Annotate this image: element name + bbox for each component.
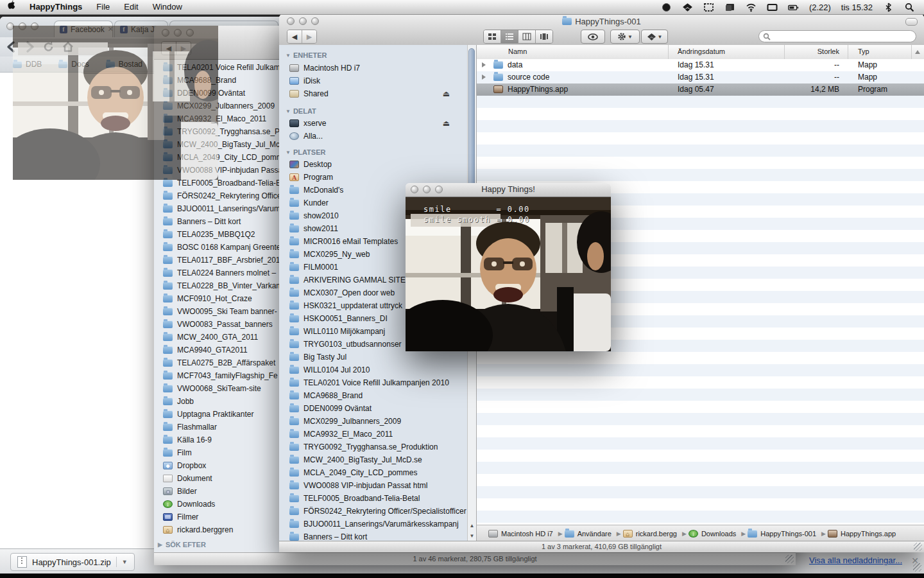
sidebar-item[interactable]: MCW_2400_BigTasty_Jul_McD.se xyxy=(283,453,466,466)
column-header-name[interactable]: Namn xyxy=(508,48,527,55)
dropbox-menu-icon[interactable] xyxy=(678,3,697,12)
sidebar-item[interactable]: Macintosh HD i7 ⏏ xyxy=(283,62,466,74)
sidebar-item[interactable]: Upptagna Praktikanter xyxy=(158,408,281,421)
forward-icon[interactable]: ▶ xyxy=(302,30,316,43)
back-icon[interactable]: ◀ xyxy=(287,30,302,43)
dropbox-menu-button[interactable]: ▼ xyxy=(641,30,668,44)
sidebar-item[interactable]: BJUO0011_Lanserings/Varumärkesskampanj xyxy=(283,518,466,530)
sidebar-item[interactable]: Big Tasty Jul xyxy=(283,351,466,363)
window-titlebar[interactable]: Happy Things! xyxy=(406,183,611,197)
status-circle-icon[interactable] xyxy=(657,3,676,12)
sidebar-item[interactable]: VWO0068_SkiTeam-site xyxy=(158,382,281,395)
bluetooth-menu-icon[interactable] xyxy=(879,3,898,12)
sidebar-item[interactable]: BOSC 0168 Kampanj Greente xyxy=(158,241,281,254)
sidebar-section-devices[interactable]: ▼ ENHETER xyxy=(286,51,327,59)
eject-icon[interactable]: ⏏ xyxy=(443,89,450,98)
menu-edit[interactable]: Edit xyxy=(117,0,145,14)
sidebar-section-places[interactable]: ▼ PLATSER xyxy=(286,148,325,156)
sidebar-item[interactable]: VWO0083_Passat_banners xyxy=(158,318,281,331)
column-header-type[interactable]: Typ xyxy=(858,48,869,55)
scroll-down-icon[interactable]: ▼ xyxy=(468,531,476,541)
sidebar-item[interactable]: Banners – Ditt kort xyxy=(283,530,466,541)
resize-grip-icon[interactable] xyxy=(913,563,921,572)
sidebar-item[interactable]: TELA0228_BB_Vinter_Varkam xyxy=(158,279,281,292)
sidebar-item[interactable]: Dropbox xyxy=(158,459,281,472)
scroll-up-icon[interactable]: ▲ xyxy=(468,521,476,531)
path-segment[interactable]: Downloads ▶ xyxy=(689,530,746,538)
show-all-downloads-link[interactable]: Visa alla nedladdningar... xyxy=(809,556,902,565)
sidebar-item[interactable]: VWO0095_Ski Team banner- xyxy=(158,305,281,318)
resize-grip-icon[interactable] xyxy=(785,555,794,563)
toolbar-toggle-button[interactable] xyxy=(905,18,918,26)
selection-tool-icon[interactable] xyxy=(699,3,718,12)
path-segment[interactable]: rickard.bergg ▶ xyxy=(623,530,687,538)
column-view-button[interactable] xyxy=(518,30,535,43)
sidebar-item[interactable]: Shared ⏏ xyxy=(283,87,466,100)
sidebar-item[interactable]: Dokument xyxy=(158,472,281,485)
sidebar-item[interactable]: TELA0224 Banners molnet – xyxy=(158,267,281,279)
sidebar-item[interactable]: iDisk ⏏ xyxy=(283,74,466,87)
sidebar-item[interactable]: Banners – Ditt kort xyxy=(158,215,281,228)
sidebar-item[interactable]: FÖRS0242_Rekrytering Officer/Specialisto… xyxy=(158,189,281,202)
path-segment[interactable]: HappyThings.app ▶ xyxy=(828,530,896,538)
sidebar-item[interactable]: MCF7043_familyFlagship_Fe xyxy=(158,369,281,382)
path-segment[interactable]: Användare ▶ xyxy=(565,530,621,538)
path-segment[interactable]: HappyThings-001 ▶ xyxy=(748,530,826,538)
sidebar-item[interactable]: xserve ⏏ xyxy=(283,117,466,130)
sidebar-item[interactable]: Film xyxy=(158,446,281,459)
column-header-size[interactable]: Storlek xyxy=(784,48,839,55)
sidebar-item[interactable]: FÖRS0242_Rekrytering Officer/Specialisto… xyxy=(283,505,466,518)
sidebar-item[interactable]: MCA9940_GTA2011 xyxy=(158,344,281,356)
quick-look-button[interactable] xyxy=(581,30,605,44)
sidebar-item[interactable]: Desktop xyxy=(283,158,466,171)
file-row[interactable]: HappyThings.app Idag 05.47 14,2 MB Progr… xyxy=(477,83,924,96)
downloaded-file-button[interactable]: HappyThings-001.zip ▼ xyxy=(10,553,135,571)
sidebar-item[interactable]: MCLA_2049_City_LCD_pommes xyxy=(283,466,466,479)
file-row[interactable]: data Idag 15.31 -- Mapp xyxy=(477,59,924,71)
sidebar-item[interactable]: TELA0275_B2B_Affärspaket xyxy=(158,356,281,369)
sort-direction-icon[interactable] xyxy=(915,50,920,54)
coverflow-view-button[interactable] xyxy=(535,30,552,43)
wifi-menu-icon[interactable] xyxy=(742,3,760,12)
sidebar-item[interactable]: TELA0235_MBBQ1Q2 xyxy=(158,228,281,241)
action-menu-button[interactable]: ▼ xyxy=(610,30,640,44)
search-input[interactable] xyxy=(758,30,916,42)
sidebar-item[interactable]: Alla... ⏏ xyxy=(283,130,466,143)
app-menu[interactable]: HappyThings xyxy=(22,0,89,14)
sidebar-item[interactable]: TELF0005_Broadband-Telia-Betal xyxy=(283,492,466,505)
icon-view-button[interactable] xyxy=(484,30,501,43)
sidebar-item[interactable]: Bilder xyxy=(158,485,281,498)
sidebar-item[interactable]: Filmer xyxy=(158,511,281,523)
battery-icon[interactable] xyxy=(784,3,803,12)
chevron-down-icon[interactable]: ▼ xyxy=(116,557,128,567)
sidebar-item[interactable]: BJUO0011_Lanserings/Varumärkesskampanj xyxy=(158,202,281,215)
sidebar-item[interactable]: Jobb xyxy=(158,395,281,408)
minimize-window-button[interactable] xyxy=(423,186,431,193)
disclosure-triangle-icon[interactable] xyxy=(482,74,486,80)
sidebar-item[interactable]: TELA0117_BBF_Arsbrief_201 xyxy=(158,254,281,267)
menu-file[interactable]: File xyxy=(89,0,117,14)
apple-menu[interactable] xyxy=(0,0,22,14)
file-row[interactable]: source code Idag 15.31 -- Mapp xyxy=(477,71,924,83)
sidebar-item[interactable]: MCA9688_Brand xyxy=(283,389,466,402)
sidebar-item[interactable]: MCX0299_Julbanners_2009 xyxy=(283,415,466,428)
menu-window[interactable]: Window xyxy=(146,0,189,14)
sidebar-item[interactable]: DDEN0099 Oväntat xyxy=(283,402,466,415)
sidebar-item[interactable]: TRYG0092_Trygghansa.se_Produktion xyxy=(283,441,466,453)
sidebar-item[interactable]: Program xyxy=(283,171,466,184)
window-titlebar[interactable]: HappyThings-001 ◀ ▶ xyxy=(279,14,924,46)
sidebar-item[interactable]: rickard.berggren xyxy=(158,523,281,536)
sidebar-section-search[interactable]: ▶ SÖK EFTER xyxy=(158,541,206,548)
sidebar-item[interactable]: WILL0104 Jul 2010 xyxy=(283,363,466,376)
sidebar-item[interactable]: Downloads xyxy=(158,498,281,511)
close-window-button[interactable] xyxy=(411,186,418,193)
list-view-button[interactable] xyxy=(501,30,518,43)
display-mirroring-icon[interactable] xyxy=(763,3,782,12)
path-segment[interactable]: Macintosh HD i7 ▶ xyxy=(488,530,563,538)
sidebar-section-shared[interactable]: ▼ DELAT xyxy=(286,107,316,115)
battery-time-label[interactable]: (2.22) xyxy=(805,3,835,12)
disclosure-triangle-icon[interactable] xyxy=(482,62,486,67)
eject-icon[interactable]: ⏏ xyxy=(443,119,450,128)
sidebar-item[interactable]: Källa 16-9 xyxy=(158,434,281,446)
sidebar-item[interactable]: MCW_2400_GTA_2011 xyxy=(158,331,281,344)
